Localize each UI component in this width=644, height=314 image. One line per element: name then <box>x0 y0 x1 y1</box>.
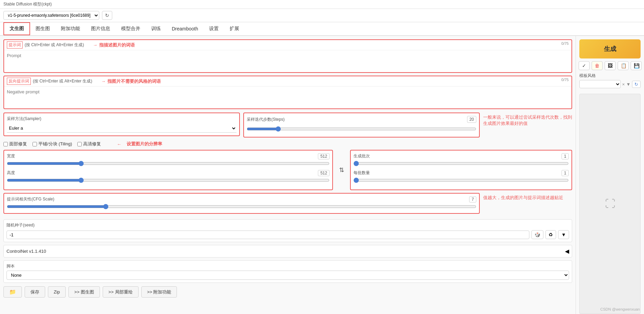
model-row: v1-5-pruned-emaonly.safetensors [6ce0168… <box>0 9 644 22</box>
tab-txt2img[interactable]: 文生图 <box>3 22 30 35</box>
open-folder-button[interactable]: 📁 <box>3 286 22 298</box>
prompt-counter: 0/75 <box>562 41 569 45</box>
image-placeholder-icon: ⛶ <box>605 198 615 210</box>
checkboxes-row: 面部修复 平铺/分块 (Tiling) 高清修复 ← 设置图片的分辨率 <box>3 141 572 147</box>
script-select[interactable]: None <box>7 271 569 280</box>
cfg-section: 提示词相关性(CFG Scale) 7 <box>3 193 480 214</box>
seed-label: 随机种子(seed) <box>7 222 569 228</box>
batch-size-row: 每批数量 1 <box>353 170 569 184</box>
batch-size-value: 1 <box>562 170 569 176</box>
tiling-input[interactable] <box>33 142 37 146</box>
steps-label: 采样迭代步数(Steps) 20 <box>247 116 476 123</box>
negative-prompt-label: 反向提示词 <box>7 78 31 85</box>
dimensions-batch-row: 宽度 512 高度 512 ⇅ <box>3 150 572 190</box>
steps-slider-container <box>247 125 476 134</box>
controlnet-collapse-button[interactable]: ◀ <box>565 248 569 254</box>
steps-annotation: 一般来说，可以通过尝试采样迭代次数，找到生成图片效果最好的值 <box>483 113 572 127</box>
seed-recycle-button[interactable]: ♻ <box>545 230 556 239</box>
zip-button[interactable]: Zip <box>48 286 66 298</box>
batch-section: 生成批次 1 每批数量 1 <box>350 150 572 190</box>
read-image-button[interactable]: 🖼 <box>605 61 616 70</box>
width-slider[interactable] <box>7 161 330 166</box>
tab-img2img[interactable]: 图生图 <box>30 23 55 35</box>
style-dropdown-button[interactable]: ▼ <box>626 82 631 87</box>
toolbar-row: ✓ 🗑 🖼 📋 💾 <box>579 61 641 70</box>
bottom-buttons: 📁 保存 Zip >> 图生图 >> 局部重绘 >> 附加功能 <box>3 286 572 298</box>
style-close-button[interactable]: × <box>622 82 625 87</box>
tab-extras[interactable]: 附加功能 <box>55 23 86 35</box>
steps-value: 20 <box>467 116 476 123</box>
cfg-row: 提示词相关性(CFG Scale) 7 值越大，生成的图片与提示词描述越贴近 <box>3 193 572 217</box>
send-to-extras-button[interactable]: >> 附加功能 <box>141 286 177 298</box>
negative-prompt-section: 反向提示词 (按 Ctrl+Enter 或 Alt+Enter 生成) → 指图… <box>3 76 572 109</box>
right-panel: 生成 ✓ 🗑 🖼 📋 💾 模板风格 × ▼ ↻ ⛶ <box>576 36 644 314</box>
copy-style-button[interactable]: 📋 <box>618 61 629 70</box>
negative-prompt-textarea[interactable] <box>4 87 571 107</box>
image-preview: ⛶ <box>579 94 641 314</box>
seed-extra-button[interactable]: ▼ <box>558 230 569 239</box>
save-style-button[interactable]: 💾 <box>631 61 642 70</box>
tab-train[interactable]: 训练 <box>146 23 166 35</box>
batch-count-label: 生成批次 1 <box>353 153 569 159</box>
swap-dimensions-button[interactable]: ⇅ <box>336 166 347 174</box>
cfg-annotation: 值越大，生成的图片与提示词描述越贴近 <box>483 193 572 201</box>
watermark: CSDN @wengwenxuan <box>600 307 640 311</box>
height-row: 高度 512 <box>7 170 330 184</box>
tab-modelmerge[interactable]: 模型合并 <box>116 23 146 35</box>
prompt-arrow: → <box>93 42 97 48</box>
generate-button[interactable]: 生成 <box>579 39 641 58</box>
model-select[interactable]: v1-5-pruned-emaonly.safetensors [6ce0168… <box>3 11 99 20</box>
delete-style-button[interactable]: 🗑 <box>592 61 603 70</box>
sampler-steps-row: 采样方法(Sampler) Euler a 采样迭代步数(Steps) 20 一… <box>3 113 572 138</box>
prompt-header: 提示词 (按 Ctrl+Enter 或 Alt+Enter 生成) → 指描述图… <box>4 40 571 50</box>
negative-arrow: → <box>101 79 105 84</box>
batch-size-label: 每批数量 1 <box>353 170 569 176</box>
sampler-label: 采样方法(Sampler) <box>7 116 236 122</box>
send-to-img2img-button[interactable]: >> 图生图 <box>68 286 100 298</box>
sampler-select[interactable]: Euler a <box>7 124 236 133</box>
tab-settings[interactable]: 设置 <box>204 23 224 35</box>
batch-count-row: 生成批次 1 <box>353 153 569 167</box>
batch-count-slider[interactable] <box>353 161 569 166</box>
seed-input[interactable] <box>7 231 529 239</box>
tab-extensions[interactable]: 扩展 <box>224 23 245 35</box>
hires-fix-checkbox[interactable]: 高清修复 <box>77 141 101 147</box>
prompt-label: 提示词 <box>7 41 23 49</box>
height-slider[interactable] <box>7 178 330 183</box>
dimensions-section: 宽度 512 高度 512 <box>3 150 333 190</box>
app-title: Stable Diffusion 模型(ckpt) <box>3 2 52 6</box>
hires-fix-input[interactable] <box>77 142 82 146</box>
width-value: 512 <box>318 153 330 159</box>
dim-annotation: 设置图片的分辨率 <box>127 141 162 147</box>
style-section: 模板风格 × ▼ ↻ <box>579 73 641 88</box>
seed-section: 随机种子(seed) 🎲 ♻ ▼ <box>3 219 572 242</box>
apply-style-button[interactable]: ✓ <box>579 61 590 70</box>
height-value: 512 <box>318 170 330 176</box>
negative-prompt-header: 反向提示词 (按 Ctrl+Enter 或 Alt+Enter 生成) → 指图… <box>4 76 571 87</box>
model-refresh-button[interactable]: ↻ <box>102 11 112 20</box>
style-select[interactable] <box>579 80 621 88</box>
sampler-section: 采样方法(Sampler) Euler a <box>3 113 240 136</box>
tab-pnginfo[interactable]: 图片信息 <box>86 23 116 35</box>
style-refresh-button[interactable]: ↻ <box>632 81 641 88</box>
cfg-value: 7 <box>469 196 476 202</box>
steps-slider[interactable] <box>247 126 476 132</box>
script-label: 脚本 <box>7 263 569 269</box>
tab-dreambooth[interactable]: Dreambooth <box>166 23 204 34</box>
cfg-slider[interactable] <box>7 204 476 209</box>
face-fix-checkbox[interactable]: 面部修复 <box>3 141 27 147</box>
send-to-inpaint-button[interactable]: >> 局部重绘 <box>103 286 139 298</box>
style-row: × ▼ ↻ <box>579 80 641 88</box>
tiling-checkbox[interactable]: 平铺/分块 (Tiling) <box>33 141 72 147</box>
width-label: 宽度 512 <box>7 153 330 159</box>
negative-annotation: 指图片不需要的风格的词语 <box>107 78 161 84</box>
batch-size-slider[interactable] <box>353 178 569 183</box>
face-fix-input[interactable] <box>3 142 8 146</box>
prompt-hint: (按 Ctrl+Enter 或 Alt+Enter 生成) <box>25 42 84 48</box>
save-button[interactable]: 保存 <box>25 286 45 298</box>
seed-dice-button[interactable]: 🎲 <box>531 230 543 239</box>
top-bar: Stable Diffusion 模型(ckpt) <box>0 0 644 9</box>
main-layout: 提示词 (按 Ctrl+Enter 或 Alt+Enter 生成) → 指描述图… <box>0 36 644 314</box>
positive-prompt-section: 提示词 (按 Ctrl+Enter 或 Alt+Enter 生成) → 指描述图… <box>3 39 572 73</box>
prompt-textarea[interactable] <box>4 50 571 71</box>
